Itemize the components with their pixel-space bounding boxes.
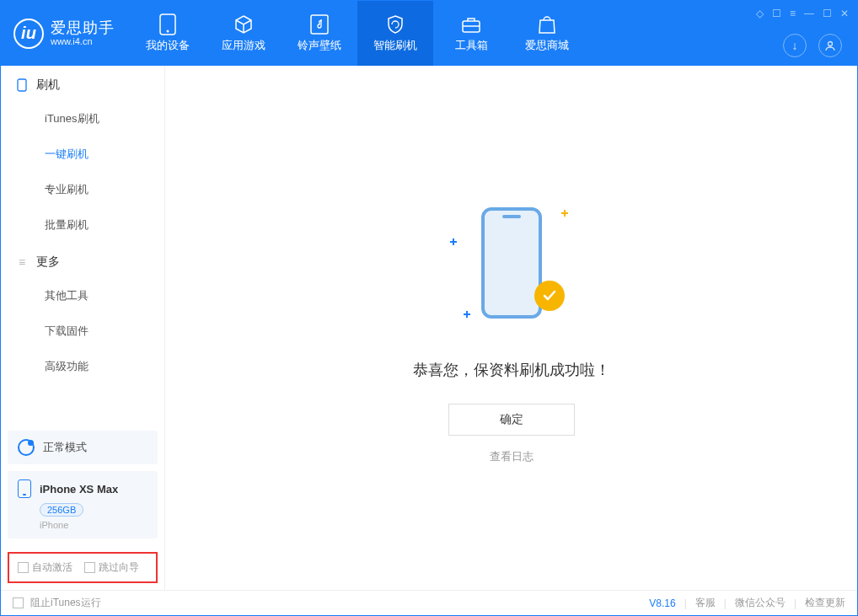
- brand-url: www.i4.cn: [51, 36, 115, 46]
- svg-rect-5: [18, 79, 26, 91]
- sidebar-item-other-tools[interactable]: 其他工具: [1, 278, 164, 313]
- device-phone-icon: [18, 479, 31, 498]
- sidebar-item-itunes-flash[interactable]: iTunes刷机: [1, 101, 164, 137]
- bag-icon: [537, 14, 557, 35]
- nav-my-device[interactable]: 我的设备: [130, 1, 206, 66]
- section-title: 更多: [36, 254, 60, 270]
- header-actions: ↓: [783, 34, 842, 57]
- sidebar-section-flash: 刷机: [1, 66, 164, 101]
- nav-store[interactable]: 爱思商城: [509, 1, 585, 66]
- nav-toolbox[interactable]: 工具箱: [433, 1, 509, 66]
- mode-label: 正常模式: [43, 440, 87, 455]
- brand-name: 爱思助手: [51, 20, 115, 37]
- bottom-options-highlighted: 自动激活 跳过向导: [8, 552, 158, 583]
- shield-refresh-icon: [385, 14, 405, 35]
- music-file-icon: [309, 14, 330, 35]
- sidebar-list-more: 其他工具 下载固件 高级功能: [1, 278, 164, 384]
- app-header: iu 爱思助手 www.i4.cn 我的设备 应用游戏 铃声壁纸 智能刷机 工具…: [1, 1, 857, 66]
- toolbox-icon: [461, 14, 481, 35]
- top-nav: 我的设备 应用游戏 铃声壁纸 智能刷机 工具箱 爱思商城: [130, 1, 585, 66]
- svg-point-4: [829, 42, 833, 46]
- version-label: V8.16: [649, 597, 675, 609]
- sidebar-section-more: ≡ 更多: [1, 243, 164, 278]
- nav-label: 我的设备: [146, 38, 190, 53]
- sidebar-item-advanced[interactable]: 高级功能: [1, 349, 164, 384]
- minimize-icon[interactable]: —: [804, 8, 814, 19]
- device-mode-box[interactable]: 正常模式: [8, 431, 158, 464]
- phone-illustration: [481, 207, 542, 319]
- footer-bar: 阻止iTunes运行 V8.16 | 客服 | 微信公众号 | 检查更新: [1, 590, 857, 615]
- nav-label: 应用游戏: [222, 38, 265, 53]
- sidebar-item-pro-flash[interactable]: 专业刷机: [1, 172, 164, 207]
- body-area: 刷机 iTunes刷机 一键刷机 专业刷机 批量刷机 ≡ 更多 其他工具 下载固…: [1, 66, 857, 590]
- section-title: 刷机: [36, 78, 60, 93]
- check-badge-icon: [534, 281, 565, 311]
- window-controls: ◇ ☐ ≡ — ☐ ✕: [756, 8, 849, 19]
- logo-icon: iu: [13, 19, 44, 49]
- close-icon[interactable]: ✕: [840, 8, 849, 19]
- logo-text: 爱思助手 www.i4.cn: [51, 20, 115, 47]
- device-icon: [158, 14, 178, 35]
- footer-check-update-link[interactable]: 检查更新: [805, 596, 845, 610]
- checkbox-skip-guide[interactable]: 跳过向导: [84, 560, 139, 575]
- view-log-link[interactable]: 查看日志: [490, 449, 534, 464]
- nav-label: 铃声壁纸: [298, 38, 341, 53]
- checkbox-auto-activate[interactable]: 自动激活: [18, 560, 72, 575]
- logo-area: iu 爱思助手 www.i4.cn: [1, 1, 130, 66]
- nav-apps-games[interactable]: 应用游戏: [206, 1, 282, 66]
- device-name: iPhone XS Max: [40, 483, 118, 495]
- ok-button[interactable]: 确定: [448, 404, 575, 436]
- sparkle-icon: [561, 210, 568, 217]
- svg-point-1: [167, 29, 169, 32]
- nav-ringtone-wallpaper[interactable]: 铃声壁纸: [282, 1, 357, 66]
- footer-wechat-link[interactable]: 微信公众号: [735, 596, 786, 610]
- cube-icon: [233, 14, 254, 35]
- main-content: 恭喜您，保资料刷机成功啦！ 确定 查看日志: [165, 66, 857, 590]
- footer-support-link[interactable]: 客服: [695, 596, 716, 610]
- skin-icon[interactable]: ◇: [756, 8, 764, 19]
- maximize-icon[interactable]: ☐: [823, 8, 832, 19]
- checkbox-block-itunes[interactable]: 阻止iTunes运行: [13, 596, 101, 610]
- nav-label: 智能刷机: [373, 38, 417, 53]
- list-icon: ≡: [16, 256, 28, 268]
- sparkle-icon: [464, 311, 470, 318]
- sidebar-item-oneclick-flash[interactable]: 一键刷机: [1, 137, 164, 172]
- feedback-icon[interactable]: ☐: [772, 8, 781, 19]
- sparkle-icon: [450, 238, 457, 245]
- mode-icon: [18, 439, 35, 456]
- device-type: iPhone: [40, 520, 147, 530]
- download-icon[interactable]: ↓: [783, 34, 807, 57]
- nav-smart-flash[interactable]: 智能刷机: [357, 1, 433, 66]
- user-icon[interactable]: [818, 34, 842, 57]
- device-storage-badge: 256GB: [40, 503, 83, 517]
- sidebar-list-flash: iTunes刷机 一键刷机 专业刷机 批量刷机: [1, 101, 164, 243]
- success-message: 恭喜您，保资料刷机成功啦！: [413, 360, 610, 380]
- menu-icon[interactable]: ≡: [790, 8, 796, 19]
- device-info-box[interactable]: iPhone XS Max 256GB iPhone: [8, 471, 158, 538]
- sidebar-item-batch-flash[interactable]: 批量刷机: [1, 207, 164, 243]
- phone-small-icon: [16, 79, 28, 91]
- sidebar: 刷机 iTunes刷机 一键刷机 专业刷机 批量刷机 ≡ 更多 其他工具 下载固…: [1, 66, 165, 590]
- sidebar-item-download-firmware[interactable]: 下载固件: [1, 313, 164, 349]
- nav-label: 工具箱: [455, 38, 488, 53]
- nav-label: 爱思商城: [525, 38, 569, 53]
- success-illustration: [440, 191, 583, 335]
